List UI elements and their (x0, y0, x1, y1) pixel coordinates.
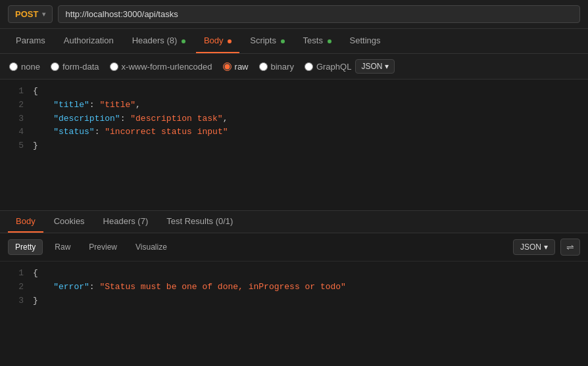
radio-none[interactable]: none (9, 62, 40, 72)
headers-dot (182, 39, 185, 43)
filter-icon[interactable]: ⇌ (560, 239, 580, 256)
radio-graphql[interactable]: GraphQL (305, 62, 351, 72)
format-preview[interactable]: Preview (82, 240, 124, 254)
response-json-dropdown[interactable]: JSON ▾ (513, 239, 555, 255)
code-line-1: 1 { (0, 85, 588, 99)
radio-urlencoded[interactable]: x-www-form-urlencoded (110, 62, 212, 72)
radio-binary[interactable]: binary (259, 62, 294, 72)
format-raw[interactable]: Raw (48, 240, 77, 254)
tab-body[interactable]: Body (196, 29, 239, 53)
tests-dot (328, 39, 331, 43)
radio-raw[interactable]: raw (223, 62, 249, 72)
json-format-dropdown[interactable]: JSON ▾ (355, 59, 395, 74)
tab-tests[interactable]: Tests (295, 29, 339, 53)
tab-params[interactable]: Params (8, 29, 53, 53)
body-type-bar: none form-data x-www-form-urlencoded raw… (0, 54, 588, 80)
code-line-3: 3 "description": "description task", (0, 112, 588, 126)
tab-headers[interactable]: Headers (8) (124, 29, 193, 53)
resp-line-1: 1 { (0, 267, 588, 281)
tab-scripts[interactable]: Scripts (242, 29, 292, 53)
tab-settings[interactable]: Settings (342, 29, 389, 53)
tab-response-headers[interactable]: Headers (7) (95, 211, 157, 233)
response-body-editor[interactable]: 1 { 2 "error": "Status must be one of do… (0, 262, 588, 313)
resp-line-3: 3 } (0, 294, 588, 308)
radio-form-data[interactable]: form-data (51, 62, 99, 72)
request-body-editor[interactable]: 1 { 2 "title": "title", 3 "description":… (0, 80, 588, 211)
response-format-bar: Pretty Raw Preview Visualize JSON ▾ ⇌ (0, 233, 588, 262)
tab-cookies[interactable]: Cookies (46, 211, 93, 233)
format-visualize[interactable]: Visualize (129, 240, 174, 254)
resp-line-2: 2 "error": "Status must be one of done, … (0, 281, 588, 294)
tab-authorization[interactable]: Authorization (56, 29, 122, 53)
bottom-tab-bar: Body Cookies Headers (7) Test Results (0… (0, 211, 588, 233)
method-dropdown[interactable]: POST ▾ (8, 5, 53, 23)
top-tab-bar: Params Authorization Headers (8) Body Sc… (0, 29, 588, 54)
scripts-dot (281, 39, 285, 43)
code-line-2: 2 "title": "title", (0, 99, 588, 112)
url-bar: POST ▾ (0, 0, 588, 29)
tab-test-results[interactable]: Test Results (0/1) (159, 211, 241, 233)
method-label: POST (15, 9, 38, 19)
format-pretty[interactable]: Pretty (8, 239, 43, 255)
body-dot (228, 39, 232, 43)
url-input[interactable] (58, 5, 580, 23)
method-chevron: ▾ (42, 11, 45, 18)
tab-response-body[interactable]: Body (8, 211, 43, 233)
bottom-section: Body Cookies Headers (7) Test Results (0… (0, 211, 588, 313)
code-line-4: 4 "status": "incorrect status input" (0, 126, 588, 139)
code-line-5: 5 } (0, 139, 588, 153)
